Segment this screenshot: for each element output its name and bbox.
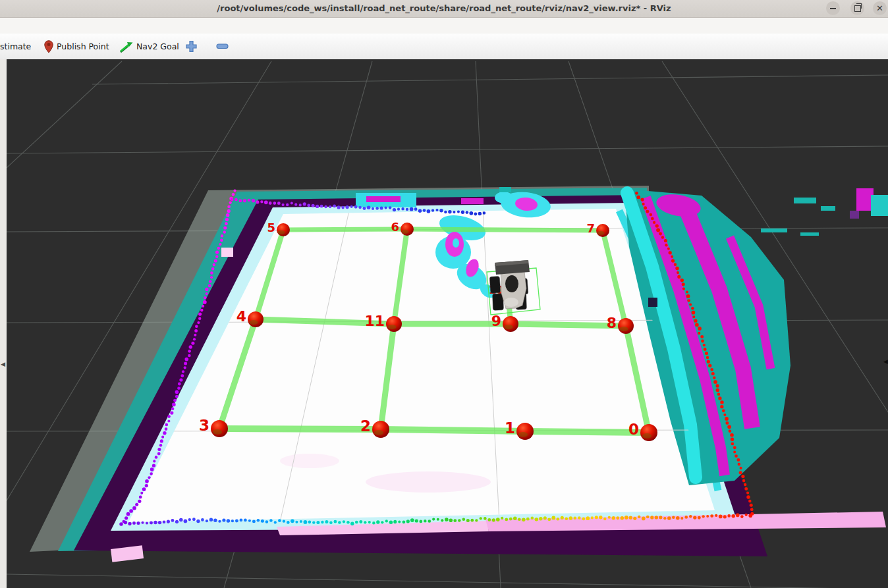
tool-publish-point[interactable]: Publish Point xyxy=(44,34,109,59)
waypoint-label: 0 xyxy=(628,421,639,438)
waypoint-label: 11 xyxy=(364,313,385,329)
tool-add-button[interactable] xyxy=(185,34,198,59)
right-collapse-arrow-icon[interactable]: ◀ xyxy=(883,359,888,365)
waypoint-label: 4 xyxy=(236,308,246,325)
pose-estimate-label: stimate xyxy=(0,41,31,51)
left-collapse-arrow-icon[interactable]: ◀ xyxy=(1,361,5,367)
3d-scene: 01234567891011 xyxy=(0,59,888,588)
render-viewport[interactable]: 01234567891011 xyxy=(0,59,888,588)
maximize-icon xyxy=(854,5,861,12)
waypoint-label: 3 xyxy=(199,417,209,434)
waypoint-label: 9 xyxy=(491,313,501,329)
left-panel-strip[interactable] xyxy=(0,59,7,588)
waypoint-label: 6 xyxy=(391,220,399,234)
minus-icon xyxy=(216,43,229,49)
plus-icon xyxy=(185,40,198,53)
minimize-icon xyxy=(830,8,836,9)
close-icon: ✕ xyxy=(876,4,883,13)
close-button[interactable]: ✕ xyxy=(873,1,887,15)
tool-nav2-goal[interactable]: Nav2 Goal xyxy=(119,34,179,59)
tool-remove-button[interactable] xyxy=(216,34,229,59)
toolbar: stimate Publish Point Nav2 Goal xyxy=(0,34,888,60)
nav2-goal-label: Nav2 Goal xyxy=(136,41,179,51)
maximize-button[interactable] xyxy=(850,1,864,15)
rviz-window: /root/volumes/code_ws/install/road_net_r… xyxy=(0,0,888,588)
waypoint-label: 2 xyxy=(360,417,371,435)
publish-point-label: Publish Point xyxy=(57,41,109,51)
menu-band xyxy=(0,18,888,34)
waypoint-label: 1 xyxy=(505,419,515,437)
goal-arrow-icon xyxy=(119,41,133,53)
waypoint-label: 8 xyxy=(607,315,617,331)
title-bar: /root/volumes/code_ws/install/road_net_r… xyxy=(0,0,888,18)
window-title: /root/volumes/code_ws/install/road_net_r… xyxy=(0,3,888,13)
waypoint-label: 5 xyxy=(267,221,275,234)
minimize-button[interactable] xyxy=(826,1,840,15)
map-pin-icon xyxy=(44,40,53,53)
waypoint-label: 7 xyxy=(586,221,595,235)
tool-pose-estimate[interactable]: stimate xyxy=(0,34,31,59)
